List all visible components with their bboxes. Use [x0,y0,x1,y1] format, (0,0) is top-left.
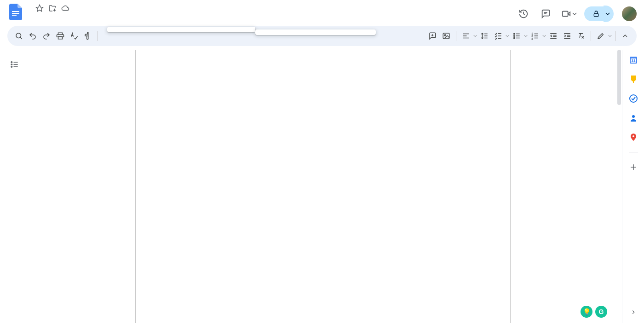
meet-icon[interactable] [559,6,579,22]
svg-point-26 [514,33,515,34]
bulleted-list-icon[interactable] [510,29,523,43]
format-menu [107,27,255,32]
checklist-icon[interactable] [491,29,505,43]
svg-rect-6 [563,12,568,17]
cloud-status-icon[interactable] [61,4,70,13]
svg-rect-1 [12,13,19,14]
toolbar: 123 [7,26,637,46]
document-outline-icon[interactable] [8,58,21,71]
checklist-caret-icon[interactable] [505,34,510,38]
svg-rect-15 [443,33,449,39]
document-page[interactable] [135,50,511,323]
svg-point-9 [16,33,21,38]
side-panel-toggle-icon[interactable] [627,306,640,319]
avatar[interactable] [622,6,637,21]
move-folder-icon[interactable] [48,4,57,13]
insert-comment-icon[interactable] [426,29,439,43]
svg-point-49 [11,64,12,65]
svg-text:3: 3 [532,37,533,40]
side-panel: 31 [622,50,644,323]
text-submenu [255,29,376,35]
grammarly-fab-icon[interactable]: G [595,306,607,318]
search-icon[interactable] [12,29,26,43]
docs-logo-icon[interactable] [7,4,24,20]
history-icon[interactable] [515,6,532,22]
svg-line-10 [20,37,22,39]
editing-caret-icon[interactable] [608,34,612,38]
paint-format-icon[interactable] [81,29,95,43]
svg-point-48 [11,62,12,63]
svg-rect-12 [58,37,63,39]
bulleted-caret-icon[interactable] [523,34,528,38]
svg-rect-2 [12,15,17,16]
svg-point-59 [632,115,635,118]
document-title[interactable] [26,7,31,9]
spellcheck-icon[interactable] [67,29,81,43]
print-icon[interactable] [53,29,67,43]
align-icon[interactable] [459,29,473,43]
svg-rect-0 [12,11,19,12]
lightbulb-fab-icon[interactable]: 💡 [581,306,592,318]
editing-mode-icon[interactable] [594,29,608,43]
svg-point-28 [514,37,515,38]
svg-rect-8 [594,13,598,17]
comments-icon[interactable] [537,6,554,22]
calendar-icon[interactable]: 31 [629,55,638,64]
svg-rect-57 [633,81,634,83]
svg-point-27 [514,35,515,36]
svg-point-58 [630,95,637,102]
svg-point-16 [444,35,446,36]
decrease-indent-icon[interactable] [546,29,560,43]
line-spacing-icon[interactable] [477,29,491,43]
undo-icon[interactable] [26,29,40,43]
redo-icon[interactable] [40,29,53,43]
align-caret-icon[interactable] [473,34,477,38]
numbered-list-icon[interactable]: 123 [528,29,542,43]
insert-image-icon[interactable] [439,29,453,43]
keep-icon[interactable] [629,75,638,84]
svg-rect-11 [58,33,63,35]
svg-text:31: 31 [631,58,635,63]
svg-point-50 [11,66,12,68]
tasks-icon[interactable] [629,94,638,103]
svg-marker-3 [36,5,43,12]
star-icon[interactable] [35,4,44,13]
scrollbar[interactable] [616,50,622,323]
svg-point-60 [632,135,634,137]
add-on-icon[interactable] [629,163,638,172]
contacts-icon[interactable] [629,113,638,122]
maps-icon[interactable] [629,133,638,142]
collapse-toolbar-icon[interactable] [618,29,632,43]
clear-formatting-icon[interactable] [574,29,588,43]
share-caret-icon[interactable] [604,6,614,22]
increase-indent-icon[interactable] [560,29,574,43]
numbered-caret-icon[interactable] [542,34,546,38]
